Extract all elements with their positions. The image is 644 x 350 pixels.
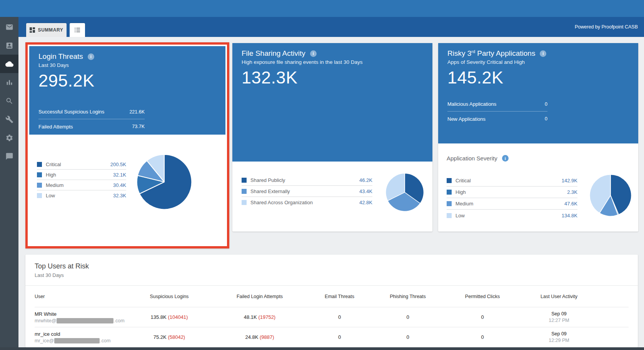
card-subtitle: Apps of Severity Critical and High [447,59,629,67]
risky-apps-pie-chart [589,173,632,217]
stat-value: 73.7K [132,124,145,129]
legend-value: 42.8K [359,200,372,205]
sidebar-item-contacts[interactable] [0,36,18,55]
legend-row: Low32.3K [37,190,126,201]
card-title: Risky 3rd Party Applications [447,49,535,58]
info-icon[interactable] [88,53,94,60]
card-subtitle: Last 30 Days [38,62,216,70]
pie-chart-svg [385,172,425,212]
tab-summary-label: SUMMARY [38,27,63,33]
powered-by-label: Powered by Proofpoint CASB [575,17,638,37]
failed-login-attempts-cell: 48.1K (19752) [212,314,308,320]
legend-value: 32.3K [113,193,126,198]
file-sharing-pie-chart [385,172,425,212]
legend-label: Low [46,193,113,198]
sidebar-item-reports[interactable] [0,73,18,92]
stat-label: New Applications [447,116,486,122]
stat-row: Malicious Applications0 [447,97,547,112]
activity-date: Sep 09 [521,331,597,337]
legend-swatch [242,178,247,183]
bottom-edge-bar [0,347,644,350]
suspicious-logins-cell-detail: (104041) [167,314,188,320]
permitted-clicks-cell: 0 [444,314,521,320]
table-subtitle: Last 30 Days [35,272,629,278]
sidebar-item-cloud-security[interactable] [0,55,18,73]
suspicious-logins-cell: 135.8K (104041) [127,314,212,320]
stat-row: Successful Suspicious Logins221.6K [38,105,145,119]
chat-bubble-icon [5,152,13,160]
legend-swatch [447,201,452,206]
stat-row: Failed Attempts73.7K [38,119,145,134]
column-header: Permitted Clicks [444,294,521,299]
login-threats-card[interactable]: Login Threats Last 30 Days 295.2K Succes… [29,46,225,245]
suspicious-logins-cell: 75.2K (58042) [127,334,212,340]
phishing-threats-cell: 0 [371,334,444,340]
legend-swatch [37,172,42,177]
pie-chart-svg [135,153,193,211]
legend-label: Shared Externally [250,188,359,194]
tab-summary[interactable]: SUMMARY [26,23,67,37]
tab-list-view[interactable] [70,23,85,37]
legend-label: Critical [46,162,110,167]
user-email: mr_ice@.com [35,338,127,343]
legend-row: High2.3K [447,187,577,198]
table-row[interactable]: mr_ice coldmr_ice@.com75.2K (58042)24.8K… [35,327,629,347]
sidebar-item-mail[interactable] [0,18,18,36]
app-severity-legend: Critical142.9KHigh2.3KMedium47.6KLow134.… [447,175,577,221]
wrench-icon [5,115,13,123]
legend-value: 2.3K [567,189,577,195]
suspicious-logins-cell-detail: (58042) [167,334,185,340]
legend-row: Shared Externally43.4K [242,186,372,197]
failed-login-attempts-cell: 24.8K (9887) [212,334,308,340]
legend-row: Medium30.4K [37,180,126,190]
user-email: mrwhite@.com [35,318,127,323]
redacted-email-domain [54,338,100,343]
column-header: Email Threats [308,294,371,299]
table-body: MR Whitemrwhite@.com135.8K (104041)48.1K… [25,307,638,347]
legend-label: Medium [455,201,564,207]
failed-login-attempts-cell-detail: (9887) [258,334,274,340]
legend-row: High32.1K [37,170,126,180]
table-title: Top Users at Risk [35,262,629,270]
user-cell: MR Whitemrwhite@.com [35,311,127,323]
info-icon[interactable] [310,50,317,57]
table-header-block: Top Users at Risk Last 30 Days [25,255,638,286]
last-user-activity-cell: Sep 0912:29 PM [521,331,597,343]
user-name: MR White [35,311,127,317]
sidebar-item-search[interactable] [0,92,18,110]
total-count: 132.3K [242,68,423,88]
info-icon[interactable] [540,50,546,57]
risky-apps-card[interactable]: Risky 3rd Party Applications Apps of Sev… [438,43,638,232]
contacts-icon [5,42,13,50]
stat-value: 0 [545,116,547,122]
info-icon[interactable] [502,155,509,162]
sidebar-item-chat[interactable] [0,147,18,165]
file-sharing-card[interactable]: File Sharing Activity High exposure file… [232,43,432,232]
legend-row: Low134.8K [447,210,577,221]
redacted-email-domain [57,318,113,323]
legend-value: 43.4K [359,188,372,194]
stat-value: 0 [545,102,547,107]
application-severity-heading: Application Severity [447,155,509,162]
legend-row: Medium47.6K [447,198,577,210]
sidebar-item-settings[interactable] [0,128,18,147]
sidebar-item-tools[interactable] [0,110,18,128]
left-nav-sidebar [0,17,18,350]
legend-value: 200.5K [110,162,126,167]
stat-label: Failed Attempts [38,124,73,130]
severity-legend: Critical200.5KHigh32.1KMedium30.4KLow32.… [37,159,126,201]
dashboard-icon [30,27,35,33]
legend-value: 46.2K [359,177,372,183]
table-row[interactable]: MR Whitemrwhite@.com135.8K (104041)48.1K… [35,307,629,327]
legend-label: High [46,172,113,178]
cloud-icon [5,60,13,68]
legend-swatch [447,213,452,218]
search-icon [5,97,13,105]
legend-swatch [242,200,247,205]
legend-label: Shared Publicly [250,177,359,183]
sharing-legend: Shared Publicly46.2KShared Externally43.… [242,175,372,208]
phishing-threats-cell: 0 [371,314,444,320]
legend-label: Medium [46,182,113,188]
stat-label: Successful Suspicious Logins [38,109,104,115]
stat-value: 221.6K [129,109,145,115]
